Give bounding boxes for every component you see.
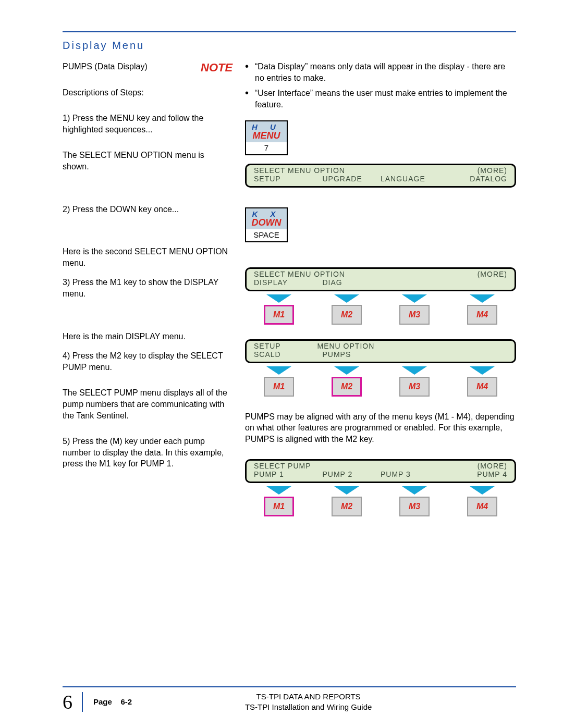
bullet-dot-icon: • (245, 88, 249, 111)
pointer-down-icon (334, 294, 359, 303)
lcd-text: SETUP (254, 175, 317, 183)
lcd-text: SETUP (254, 342, 317, 350)
pointer-down-icon (334, 486, 359, 495)
bullet-dot-icon: • (245, 61, 249, 84)
step-1: 1) Press the MENU key and follow the hig… (63, 113, 229, 135)
text: Here is the main DISPLAY menu. (63, 331, 229, 342)
left-column: PUMPS (Data Display) Descriptions of Ste… (63, 61, 229, 531)
text: Descriptions of Steps: (63, 87, 229, 98)
bullet: • “Data Display” means only data will ap… (245, 61, 516, 84)
menu-key: H U MENU 7 (245, 120, 288, 155)
step-5: 5) Press the (M) key under each pump num… (63, 436, 229, 470)
pointer-down-icon (266, 366, 291, 375)
lcd-text: LANGUAGE (381, 175, 444, 183)
lcd-text: SCALD (254, 350, 317, 359)
pointer-down-icon (334, 366, 359, 375)
m2-button: M2 (332, 497, 362, 516)
down-key: K X DOWN SPACE (245, 207, 288, 242)
text: PUMPS may be aligned with any of the men… (245, 411, 516, 445)
lcd-text: (MORE) (381, 462, 507, 470)
step-3: 3) Press the M1 key to show the DISPLAY … (63, 277, 229, 299)
note-label: NOTE (201, 61, 232, 75)
text: The SELECT MENU OPTION menu is shown. (63, 150, 229, 172)
lcd-display: SELECT PUMP (MORE) PUMP 1 PUMP 2 PUMP 3 … (245, 459, 516, 483)
lcd-text: (MORE) (381, 166, 507, 175)
lcd-text: PUMP 1 (254, 470, 317, 478)
lcd-text: DIAG (317, 278, 381, 287)
lcd-display: SETUP MENU OPTION SCALD PUMPS (245, 339, 516, 363)
lcd-text: DISPLAY (254, 278, 317, 287)
key-label: DOWN (246, 217, 287, 228)
key-number: 7 (246, 142, 287, 154)
m1-button: M1 (264, 377, 294, 397)
pointer-row (245, 486, 516, 495)
lcd-display: SELECT MENU OPTION (MORE) SETUP UPGRADE … (245, 164, 516, 188)
pointer-down-icon (470, 294, 495, 303)
m3-button: M3 (399, 305, 430, 325)
lcd-text: SELECT PUMP (254, 462, 381, 470)
key-sublabel: SPACE (246, 229, 287, 241)
footer-title-1: TS-TPI DATA AND REPORTS (142, 692, 474, 702)
m4-button: M4 (467, 305, 497, 325)
m1-button: M1 (264, 497, 294, 516)
chapter-number: 6 (63, 692, 83, 712)
m3-button: M3 (399, 497, 430, 516)
m3-button: M3 (399, 377, 430, 397)
top-rule (63, 31, 516, 32)
bullet-text: “Data Display” means only data will appe… (255, 61, 516, 84)
lcd-text: PUMPS (317, 350, 381, 359)
lcd-text: SELECT MENU OPTION (254, 270, 381, 278)
m4-button: M4 (467, 497, 497, 516)
text: Here is the second SELECT MENU OPTION me… (63, 246, 229, 268)
page-footer: 6 Page 6-2 TS-TPI DATA AND REPORTS TS-TP… (0, 686, 563, 713)
bullet-text: “User Interface” means the user must mak… (255, 88, 516, 111)
key-label: MENU (246, 130, 287, 141)
lcd-text: UPGRADE (317, 175, 381, 183)
lcd-text: MENU OPTION (317, 342, 444, 350)
footer-title-2: TS-TPI Installation and Wiring Guide (142, 702, 474, 712)
m2-button: M2 (332, 377, 362, 397)
pointer-down-icon (266, 486, 291, 495)
footer-rule (63, 686, 516, 687)
pointer-down-icon (470, 366, 495, 375)
pointer-row (245, 294, 516, 303)
text: The SELECT PUMP menu displays all of the… (63, 387, 229, 421)
pointer-down-icon (402, 486, 427, 495)
step-4: 4) Press the M2 key to display the SELEC… (63, 350, 229, 373)
lcd-text: SELECT MENU OPTION (254, 166, 381, 175)
lcd-text: PUMP 3 (381, 470, 444, 478)
page-number: Page 6-2 (93, 697, 132, 706)
section-heading: Display Menu (63, 40, 516, 52)
lcd-text: DATALOG (444, 175, 508, 183)
m1-button: M1 (264, 305, 294, 325)
lcd-text: (MORE) (381, 270, 507, 278)
right-column: NOTE • “Data Display” means only data wi… (245, 61, 516, 531)
m4-button: M4 (467, 377, 497, 397)
lcd-text: PUMP 2 (317, 470, 381, 478)
pointer-row (245, 366, 516, 375)
lcd-text: PUMP 4 (444, 470, 508, 478)
step-2: 2) Press the DOWN key once... (63, 204, 229, 215)
lcd-display: SELECT MENU OPTION (MORE) DISPLAY DIAG (245, 267, 516, 291)
bullet: • “User Interface” means the user must m… (245, 88, 516, 111)
pointer-down-icon (402, 294, 427, 303)
m2-button: M2 (332, 305, 362, 325)
pointer-down-icon (266, 294, 291, 303)
pointer-down-icon (470, 486, 495, 495)
pointer-down-icon (402, 366, 427, 375)
